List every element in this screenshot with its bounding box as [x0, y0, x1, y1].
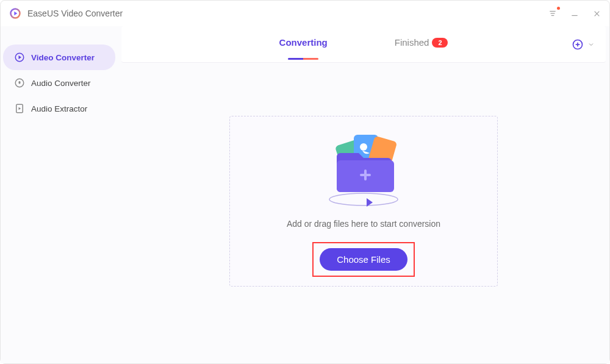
- menu-icon[interactable]: [547, 8, 558, 19]
- notification-dot-icon: [557, 7, 560, 10]
- plus-circle-icon: [572, 38, 584, 51]
- svg-marker-9: [19, 55, 22, 59]
- choose-highlight: Choose Files: [312, 242, 415, 277]
- audio-extractor-icon: [14, 103, 25, 114]
- app-title: EaseUS Video Converter: [27, 9, 123, 18]
- drop-text: Add or drag files here to start conversi…: [287, 219, 440, 229]
- tabs: Converting Finished 2: [279, 37, 448, 51]
- folder-illustration-icon: [315, 126, 412, 216]
- window-controls: [547, 1, 602, 26]
- svg-point-20: [360, 143, 367, 151]
- titlebar: EaseUS Video Converter: [1, 1, 609, 26]
- tab-label: Finished: [395, 37, 429, 48]
- main-panel: Converting Finished 2: [118, 26, 609, 363]
- sidebar-item-label: Audio Converter: [31, 79, 91, 88]
- svg-marker-12: [19, 107, 21, 110]
- minimize-icon[interactable]: [569, 8, 580, 19]
- tabs-row: Converting Finished 2: [121, 26, 606, 63]
- svg-point-16: [329, 193, 398, 205]
- finished-badge: 2: [432, 38, 448, 48]
- sidebar-item-audio-converter[interactable]: Audio Converter: [3, 70, 115, 96]
- tab-converting[interactable]: Converting: [279, 37, 328, 51]
- tab-finished[interactable]: Finished 2: [395, 37, 448, 51]
- sidebar-item-label: Audio Extractor: [31, 104, 87, 113]
- audio-converter-icon: [14, 77, 25, 88]
- sidebar-item-audio-extractor[interactable]: Audio Extractor: [3, 96, 115, 121]
- add-button[interactable]: [572, 38, 595, 51]
- dropzone[interactable]: Add or drag files here to start conversi…: [229, 116, 498, 287]
- chevron-down-icon: [587, 41, 595, 48]
- sidebar: Video Converter Audio Converter: [1, 26, 118, 363]
- tab-underline: [288, 58, 318, 60]
- video-converter-icon: [14, 52, 25, 63]
- sidebar-item-video-converter[interactable]: Video Converter: [3, 45, 115, 70]
- choose-files-button[interactable]: Choose Files: [320, 248, 407, 271]
- sidebar-item-label: Video Converter: [31, 53, 95, 62]
- body: Video Converter Audio Converter: [1, 26, 609, 363]
- tab-label: Converting: [279, 37, 328, 48]
- app-window: EaseUS Video Converter: [0, 0, 610, 364]
- app-logo-icon: [9, 7, 21, 20]
- content-area: Add or drag files here to start conversi…: [118, 63, 609, 363]
- svg-marker-1: [14, 12, 17, 16]
- close-icon[interactable]: [591, 8, 602, 19]
